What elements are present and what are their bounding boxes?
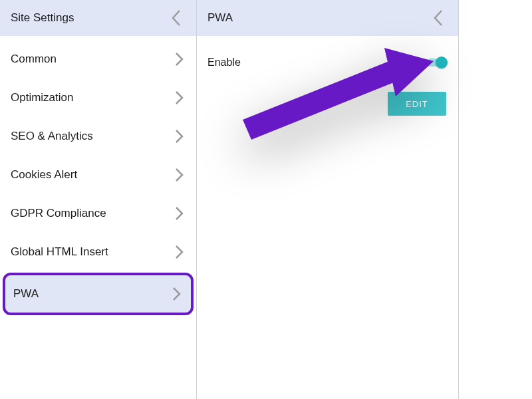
pwa-panel-body: Enable EDIT (197, 36, 458, 116)
settings-menu: Common Optimization SEO & Analytics Cook… (0, 36, 196, 317)
menu-item-gdpr-compliance[interactable]: GDPR Compliance (0, 194, 196, 233)
toggle-knob-icon (436, 57, 448, 68)
menu-item-common[interactable]: Common (0, 40, 196, 78)
chevron-right-icon (175, 52, 184, 66)
site-settings-panel: Site Settings Common Optimization SEO & … (0, 0, 197, 399)
chevron-right-icon (175, 245, 184, 259)
enable-toggle[interactable] (426, 59, 446, 66)
back-icon[interactable] (430, 7, 446, 29)
left-panel-header: Site Settings (0, 0, 196, 36)
menu-item-label: GDPR Compliance (11, 207, 106, 220)
chevron-right-icon (175, 168, 184, 182)
chevron-right-icon (172, 287, 182, 301)
menu-item-optimization[interactable]: Optimization (0, 78, 196, 117)
menu-item-label: SEO & Analytics (11, 130, 93, 143)
right-panel-header: PWA (197, 0, 458, 36)
enable-row: Enable (207, 52, 446, 73)
menu-item-cookies-alert[interactable]: Cookies Alert (0, 156, 196, 194)
menu-item-label: Global HTML Insert (11, 245, 108, 259)
left-panel-title: Site Settings (11, 11, 74, 25)
menu-item-label: Common (11, 53, 57, 66)
chevron-right-icon (175, 206, 184, 221)
menu-item-label: Cookies Alert (11, 168, 77, 182)
right-panel-title: PWA (207, 11, 233, 25)
menu-item-seo-analytics[interactable]: SEO & Analytics (0, 117, 196, 156)
pwa-panel: PWA Enable EDIT (197, 0, 459, 399)
enable-label: Enable (207, 57, 241, 68)
chevron-right-icon (175, 90, 184, 105)
back-icon[interactable] (168, 7, 184, 29)
menu-item-pwa[interactable]: PWA (3, 273, 194, 315)
menu-item-label: Optimization (11, 91, 73, 104)
menu-item-global-html-insert[interactable]: Global HTML Insert (0, 233, 196, 271)
menu-item-label: PWA (13, 287, 39, 301)
edit-button[interactable]: EDIT (388, 92, 446, 116)
edit-row: EDIT (207, 92, 446, 116)
chevron-right-icon (175, 129, 184, 144)
